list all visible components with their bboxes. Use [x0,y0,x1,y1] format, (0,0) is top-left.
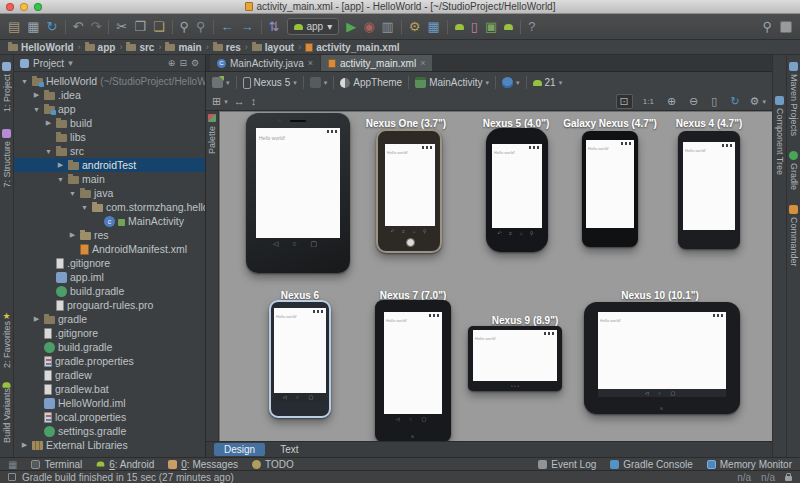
tree-item--gitignore[interactable]: .gitignore [14,256,205,270]
gear-icon[interactable]: ⚙ [191,58,199,68]
close-tab-icon[interactable]: × [308,58,313,68]
tree-item-app-iml[interactable]: app.iml [14,270,205,284]
tree-item-androidtest[interactable]: ▶androidTest [14,158,205,172]
tree-arrow-icon[interactable]: ▼ [20,78,29,85]
messages-button[interactable]: 0: Messages [168,459,238,470]
locate-icon[interactable]: ⊕ [168,58,176,68]
event-log-button[interactable]: Event Log [538,459,596,470]
back-icon[interactable]: ← [221,20,234,33]
device-monitor-icon[interactable]: ▯ [471,20,478,33]
api-version-selector[interactable]: 21▾ [533,77,563,88]
copy-icon[interactable]: ❐ [134,20,146,33]
breadcrumb-item-app[interactable]: app [85,42,116,53]
find-icon[interactable]: ⚲ [180,20,190,33]
tree-item-mainactivity[interactable]: cMainActivity [14,214,205,228]
tree-item--idea[interactable]: ▶.idea [14,88,205,102]
tree-arrow-icon[interactable]: ▶ [32,315,41,323]
cut-icon[interactable]: ✂ [116,20,127,33]
run-icon[interactable]: ▶ [346,20,356,33]
locale-selector[interactable]: ▾ [502,77,520,88]
tree-arrow-icon[interactable]: ▶ [32,91,41,99]
breadcrumb-item-res[interactable]: res [213,42,241,53]
tool-window-switcher-icon[interactable]: ▦ [8,459,17,470]
configuration-variants-button[interactable]: ⊞▾ [212,96,228,107]
tree-item-gradle[interactable]: ▶gradle [14,312,205,326]
search-everywhere-icon[interactable]: ⚲ [762,20,772,33]
tree-item-src[interactable]: ▼src [14,144,205,158]
tree-arrow-icon[interactable]: ▼ [32,106,41,113]
tree-item-helloworld-iml[interactable]: HelloWorld.iml [14,396,205,410]
sidebar-tab-gradle[interactable]: Gradle [789,148,799,190]
tree-item-proguard-rules-pro[interactable]: proguard-rules.pro [14,298,205,312]
lock-icon[interactable] [785,476,792,481]
device-preview-nexus-5-4-0-[interactable]: Hello world!↶ ≡ ⌂ ⚲ [486,128,548,252]
tree-item-app[interactable]: ▼app [14,102,205,116]
orientation-button[interactable]: ▾ [212,77,230,88]
tree-arrow-icon[interactable]: ▼ [68,190,77,197]
replace-icon[interactable]: ⚲ [196,20,206,33]
device-preview-nexus-9-8-9-[interactable]: Hello world!• • • [468,326,562,391]
tree-arrow-icon[interactable]: ▶ [56,161,65,169]
tree-item-local-properties[interactable]: local.properties [14,410,205,424]
device-preview-nexus-7-7-0-[interactable]: Hello world!◁ ○ ▢ [375,300,451,441]
device-frame-button[interactable]: ▯ [708,95,720,108]
run-configuration-selector[interactable]: app▾ [287,18,340,35]
tree-item-java[interactable]: ▼java [14,186,205,200]
zoom-fit-button[interactable]: ⊡ [616,94,633,109]
help-icon[interactable]: ? [528,20,535,33]
device-preview-galaxy-nexus-4-7-[interactable]: Hello world! [582,131,638,247]
sync-icon[interactable]: ↻ [47,20,58,33]
tree-arrow-icon[interactable]: ▶ [20,441,29,449]
chevron-down-icon[interactable]: ▾ [68,58,73,68]
collapse-all-icon[interactable]: ⊟ [179,58,187,68]
preview-settings-button[interactable]: ⚙▾ [750,96,766,107]
device-preview-current[interactable]: Hello world!◁ ○ ▢ [246,113,350,273]
tree-item-build[interactable]: ▶build [14,116,205,130]
tree-item-main[interactable]: ▼main [14,172,205,186]
avatar[interactable] [780,21,792,33]
settings-icon[interactable]: ⚙ [409,20,421,33]
breadcrumb-item-main[interactable]: main [165,42,201,53]
close-tab-icon[interactable]: × [420,58,425,68]
tree-item-res[interactable]: ▶res [14,228,205,242]
terminal-button[interactable]: Terminal [31,459,82,470]
device-preview-nexus-10-10-1-[interactable]: Hello world!◁ ○ ▢ [584,302,740,414]
project-panel-title[interactable]: Project [33,58,64,69]
undo-icon[interactable]: ↶ [73,20,84,33]
tab-text[interactable]: Text [270,443,308,456]
debug-icon[interactable]: ◉ [363,20,374,33]
breadcrumb-item-helloworld[interactable]: HelloWorld [8,42,74,53]
open-icon[interactable]: ▤ [8,20,20,33]
redo-icon[interactable]: ↷ [90,20,101,33]
theme-selector[interactable]: AppTheme [340,77,402,88]
activity-selector[interactable]: MainActivity▾ [415,77,489,88]
tree-arrow-icon[interactable]: ▶ [68,231,77,239]
palette-tab[interactable]: Palette [206,111,219,441]
sidebar-tab-component-tree[interactable]: Component Tree [775,93,785,175]
tree-item-gradlew[interactable]: gradlew [14,368,205,382]
device-preview-nexus-6[interactable]: Hello world!◁ ○ ▢ [269,300,331,418]
device-selector[interactable]: Nexus 5▾ [243,77,297,89]
tree-item-gradle-properties[interactable]: gradle.properties [14,354,205,368]
sdk-manager-icon[interactable] [455,24,464,30]
editor-tab-mainactivity-java[interactable]: CMainActivity.java× [210,55,320,71]
sidebar-tab-maven-projects[interactable]: Maven Projects [789,59,799,136]
todo-button[interactable]: TODO [252,459,294,470]
tree-item-build-gradle[interactable]: build.gradle [14,284,205,298]
tree-arrow-icon[interactable]: ▼ [44,148,53,155]
device-preview-nexus-one-3-7-[interactable]: Hello world!↶ ≡ ⌂ ⚲ [376,129,442,253]
breadcrumb-item-src[interactable]: src [126,42,154,53]
tree-item-gradlew-bat[interactable]: gradlew.bat [14,382,205,396]
fit-height-button[interactable]: ↕ [251,96,257,107]
sidebar-tab-2-favorites[interactable]: ★2: Favorites [2,312,12,368]
tree-item-libs[interactable]: libs [14,130,205,144]
tree-item-settings-gradle[interactable]: settings.gradle [14,424,205,438]
breadcrumb-item-layout[interactable]: layout [252,42,294,53]
sidebar-tab-commander[interactable]: Commander [789,202,799,267]
gradle-console-button[interactable]: Gradle Console [610,459,692,470]
sidebar-tab-build-variants[interactable]: Build Variants [2,382,12,443]
android-button[interactable]: 6: Android [96,459,154,470]
compare-icon[interactable]: ⇅ [269,20,280,33]
tree-item-com-stormzhang-helloworld[interactable]: ▼com.stormzhang.helloworld [14,200,205,214]
sidebar-tab-1-project[interactable]: 1: Project [2,59,12,112]
